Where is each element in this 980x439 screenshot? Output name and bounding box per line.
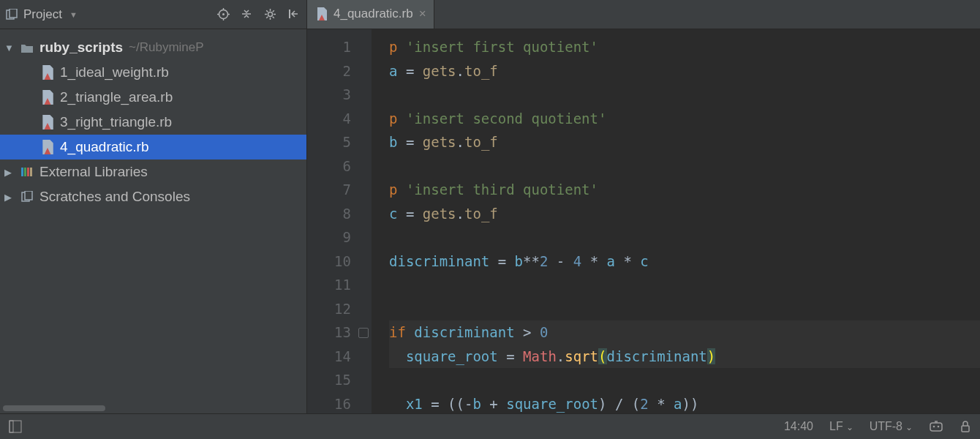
editor-tab-active[interactable]: 4_quadratic.rb × [307, 0, 434, 29]
svg-rect-19 [21, 168, 23, 176]
code-line[interactable] [389, 225, 980, 249]
status-encoding[interactable]: UTF-8 [870, 420, 913, 433]
settings-gear-icon[interactable] [264, 8, 277, 20]
tree-file-label: 3_right_triangle.rb [60, 114, 172, 130]
svg-rect-32 [962, 426, 969, 432]
editor-gutter[interactable]: 12345678910111213141516 [307, 29, 372, 413]
tree-file-item[interactable]: 4_quadratic.rb [0, 135, 306, 160]
tool-window-quick-access-icon[interactable] [9, 420, 22, 433]
svg-line-15 [273, 17, 274, 18]
project-icon [6, 9, 19, 20]
svg-line-17 [273, 10, 274, 12]
libraries-icon [19, 166, 35, 178]
close-tab-icon[interactable]: × [419, 7, 426, 21]
svg-rect-25 [10, 421, 21, 432]
locate-icon[interactable] [217, 8, 230, 20]
horizontal-scrollbar[interactable] [0, 403, 306, 413]
gutter-line-number[interactable]: 12 [307, 297, 372, 321]
gutter-line-number[interactable]: 3 [307, 83, 372, 107]
svg-rect-24 [25, 191, 32, 200]
tree-file-label: 2_triangle_area.rb [60, 89, 173, 105]
code-line[interactable]: if discriminant > 0 [389, 320, 980, 345]
project-view-label: Project [23, 7, 62, 22]
code-line[interactable]: p 'insert second quotient' [389, 107, 980, 131]
gutter-line-number[interactable]: 13 [307, 320, 372, 345]
tree-file-label: 4_quadratic.rb [60, 139, 148, 155]
code-line[interactable]: x1 = ((-b + square_root) / (2 * a)) [389, 392, 980, 414]
gutter-line-number[interactable]: 8 [307, 202, 372, 226]
svg-rect-21 [27, 168, 29, 176]
tree-root-folder[interactable]: ▼ ruby_scripts ~/RubymineP [0, 35, 306, 60]
svg-rect-22 [30, 168, 32, 176]
gutter-line-number[interactable]: 1 [307, 35, 372, 59]
code-line[interactable]: square_root = Math.sqrt(discriminant) [389, 345, 980, 369]
folder-icon [19, 42, 35, 53]
gutter-line-number[interactable]: 2 [307, 59, 372, 83]
expand-toggle-icon[interactable]: ▼ [4, 42, 19, 53]
expand-toggle-icon[interactable]: ▶ [4, 192, 19, 203]
code-line[interactable]: b = gets.to_f [389, 130, 980, 154]
code-line[interactable]: p 'insert first quotient' [389, 35, 980, 59]
svg-point-3 [222, 13, 225, 15]
code-line[interactable]: a = gets.to_f [389, 59, 980, 83]
code-line[interactable]: p 'insert third quotient' [389, 178, 980, 202]
code-line[interactable] [389, 273, 980, 297]
editor-area: 4_quadratic.rb × 12345678910111213141516… [307, 0, 980, 413]
code-line[interactable] [389, 368, 980, 392]
collapse-all-icon[interactable] [241, 8, 254, 20]
status-line-separator[interactable]: LF [829, 420, 853, 433]
ruby-file-icon [39, 140, 56, 154]
project-tool-window: Project ▼ ▼ [0, 0, 307, 413]
scrollbar-thumb[interactable] [3, 405, 105, 411]
status-cursor-position[interactable]: 14:40 [784, 420, 813, 433]
tree-section-item[interactable]: ▶External Libraries [0, 160, 306, 184]
tree-file-item[interactable]: 3_right_triangle.rb [0, 110, 306, 135]
project-toolbar: Project ▼ [0, 0, 306, 29]
svg-line-14 [266, 10, 268, 12]
tree-root-path: ~/RubymineP [129, 40, 204, 55]
tree-file-item[interactable]: 2_triangle_area.rb [0, 85, 306, 110]
ruby-file-icon [39, 90, 56, 105]
ruby-file-icon [316, 7, 328, 20]
gutter-line-number[interactable]: 6 [307, 154, 372, 179]
hide-panel-icon[interactable] [287, 8, 301, 20]
project-tree[interactable]: ▼ ruby_scripts ~/RubymineP 1_ideal_weigh… [0, 29, 306, 403]
code-line[interactable]: c = gets.to_f [389, 202, 980, 226]
gutter-line-number[interactable]: 14 [307, 345, 372, 369]
expand-toggle-icon[interactable]: ▶ [4, 167, 19, 178]
status-lock-icon[interactable] [960, 420, 971, 433]
status-inspector-icon[interactable] [929, 420, 943, 433]
gutter-line-number[interactable]: 5 [307, 130, 372, 154]
gutter-line-number[interactable]: 9 [307, 225, 372, 249]
gutter-line-number[interactable]: 10 [307, 249, 372, 274]
svg-rect-26 [10, 421, 13, 432]
gutter-line-number[interactable]: 4 [307, 107, 372, 131]
gutter-line-number[interactable]: 7 [307, 178, 372, 202]
svg-rect-27 [930, 423, 942, 431]
tree-section-item[interactable]: ▶Scratches and Consoles [0, 184, 306, 209]
gutter-line-number[interactable]: 15 [307, 368, 372, 392]
gutter-line-number[interactable]: 16 [307, 392, 372, 414]
code-line[interactable]: discriminant = b**2 - 4 * a * c [389, 249, 980, 274]
editor-tab-label: 4_quadratic.rb [333, 7, 413, 21]
status-bar: 14:40 LF UTF-8 [0, 413, 980, 439]
tree-root-label: ruby_scripts [39, 40, 123, 56]
svg-point-29 [938, 426, 940, 428]
tree-section-label: Scratches and Consoles [39, 189, 190, 205]
tree-section-label: External Libraries [39, 164, 148, 180]
ruby-file-icon [39, 65, 56, 80]
svg-point-9 [268, 12, 273, 17]
gutter-line-number[interactable]: 11 [307, 273, 372, 297]
code-line[interactable] [389, 297, 980, 321]
dropdown-arrow-icon: ▼ [69, 10, 78, 19]
svg-line-16 [266, 17, 268, 18]
tree-file-label: 1_ideal_weight.rb [60, 64, 169, 80]
tree-file-item[interactable]: 1_ideal_weight.rb [0, 60, 306, 85]
code-editor[interactable]: p 'insert first quotient'a = gets.to_f p… [372, 29, 980, 413]
svg-point-28 [933, 426, 935, 428]
editor-tab-bar: 4_quadratic.rb × [307, 0, 980, 29]
code-line[interactable] [389, 83, 980, 107]
code-line[interactable] [389, 154, 980, 179]
project-view-selector[interactable]: Project ▼ [6, 7, 78, 22]
svg-rect-20 [24, 168, 26, 176]
